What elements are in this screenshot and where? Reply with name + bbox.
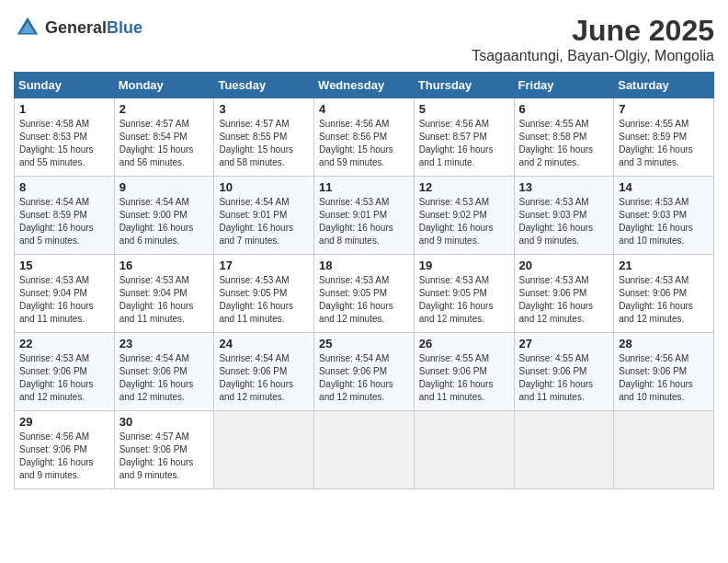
calendar-day-13: 13Sunrise: 4:53 AM Sunset: 9:03 PM Dayli… bbox=[514, 177, 614, 255]
calendar-day-28: 28Sunrise: 4:56 AM Sunset: 9:06 PM Dayli… bbox=[614, 333, 714, 411]
day-number: 28 bbox=[619, 337, 709, 350]
day-info: Sunrise: 4:53 AM Sunset: 9:01 PM Dayligh… bbox=[319, 196, 409, 247]
day-number: 25 bbox=[319, 337, 409, 350]
day-number: 15 bbox=[19, 259, 109, 272]
calendar-day-7: 7Sunrise: 4:55 AM Sunset: 8:59 PM Daylig… bbox=[614, 98, 714, 177]
calendar-day-14: 14Sunrise: 4:53 AM Sunset: 9:03 PM Dayli… bbox=[614, 177, 714, 255]
day-info: Sunrise: 4:56 AM Sunset: 9:06 PM Dayligh… bbox=[19, 431, 109, 482]
day-number: 19 bbox=[419, 259, 509, 272]
day-number: 8 bbox=[19, 180, 109, 194]
header-day-saturday: Saturday bbox=[614, 73, 714, 98]
calendar-day-11: 11Sunrise: 4:53 AM Sunset: 9:01 PM Dayli… bbox=[314, 177, 415, 255]
day-number: 11 bbox=[319, 180, 409, 194]
day-info: Sunrise: 4:54 AM Sunset: 9:06 PM Dayligh… bbox=[319, 352, 409, 404]
day-number: 13 bbox=[519, 180, 609, 194]
day-number: 23 bbox=[119, 337, 210, 350]
day-number: 7 bbox=[619, 102, 709, 116]
month-title: June 2025 bbox=[472, 14, 714, 48]
header: GeneralBlue June 2025 Tsagaantungi, Baya… bbox=[14, 14, 714, 64]
day-info: Sunrise: 4:57 AM Sunset: 8:55 PM Dayligh… bbox=[219, 118, 309, 169]
day-info: Sunrise: 4:56 AM Sunset: 9:06 PM Dayligh… bbox=[619, 352, 709, 404]
day-info: Sunrise: 4:53 AM Sunset: 9:05 PM Dayligh… bbox=[419, 274, 509, 326]
day-info: Sunrise: 4:53 AM Sunset: 9:04 PM Dayligh… bbox=[119, 274, 210, 326]
day-number: 10 bbox=[219, 180, 309, 194]
calendar-day-17: 17Sunrise: 4:53 AM Sunset: 9:05 PM Dayli… bbox=[214, 255, 314, 333]
day-number: 20 bbox=[519, 259, 609, 272]
day-info: Sunrise: 4:54 AM Sunset: 9:01 PM Dayligh… bbox=[219, 196, 309, 247]
day-number: 22 bbox=[19, 337, 109, 350]
day-number: 17 bbox=[219, 259, 309, 272]
calendar-week-5: 29Sunrise: 4:56 AM Sunset: 9:06 PM Dayli… bbox=[15, 411, 714, 489]
subtitle: Tsagaantungi, Bayan-Olgiy, Mongolia bbox=[472, 48, 714, 64]
day-number: 24 bbox=[219, 337, 309, 350]
day-info: Sunrise: 4:54 AM Sunset: 9:06 PM Dayligh… bbox=[119, 352, 210, 404]
day-info: Sunrise: 4:53 AM Sunset: 9:05 PM Dayligh… bbox=[319, 274, 409, 326]
calendar-empty-cell bbox=[514, 411, 614, 489]
calendar-day-27: 27Sunrise: 4:55 AM Sunset: 9:06 PM Dayli… bbox=[514, 333, 614, 411]
day-number: 21 bbox=[619, 259, 709, 272]
calendar-day-1: 1Sunrise: 4:58 AM Sunset: 8:53 PM Daylig… bbox=[15, 98, 115, 177]
calendar-day-4: 4Sunrise: 4:56 AM Sunset: 8:56 PM Daylig… bbox=[314, 98, 415, 177]
day-number: 12 bbox=[419, 180, 509, 194]
calendar-empty-cell bbox=[414, 411, 514, 489]
calendar-week-4: 22Sunrise: 4:53 AM Sunset: 9:06 PM Dayli… bbox=[15, 333, 714, 411]
calendar-table: SundayMondayTuesdayWednesdayThursdayFrid… bbox=[14, 72, 714, 489]
calendar-week-2: 8Sunrise: 4:54 AM Sunset: 8:59 PM Daylig… bbox=[15, 177, 714, 255]
header-day-monday: Monday bbox=[114, 73, 214, 98]
calendar-day-5: 5Sunrise: 4:56 AM Sunset: 8:57 PM Daylig… bbox=[414, 98, 514, 177]
day-info: Sunrise: 4:55 AM Sunset: 8:58 PM Dayligh… bbox=[519, 118, 609, 169]
calendar-day-10: 10Sunrise: 4:54 AM Sunset: 9:01 PM Dayli… bbox=[214, 177, 314, 255]
header-day-wednesday: Wednesday bbox=[314, 73, 415, 98]
calendar-day-19: 19Sunrise: 4:53 AM Sunset: 9:05 PM Dayli… bbox=[414, 255, 514, 333]
day-info: Sunrise: 4:54 AM Sunset: 8:59 PM Dayligh… bbox=[19, 196, 109, 247]
logo: GeneralBlue bbox=[14, 14, 142, 41]
calendar-day-22: 22Sunrise: 4:53 AM Sunset: 9:06 PM Dayli… bbox=[15, 333, 115, 411]
day-info: Sunrise: 4:53 AM Sunset: 9:04 PM Dayligh… bbox=[19, 274, 109, 326]
calendar-empty-cell bbox=[614, 411, 714, 489]
header-day-thursday: Thursday bbox=[414, 73, 514, 98]
calendar-day-26: 26Sunrise: 4:55 AM Sunset: 9:06 PM Dayli… bbox=[414, 333, 514, 411]
day-number: 3 bbox=[219, 102, 309, 116]
calendar-day-20: 20Sunrise: 4:53 AM Sunset: 9:06 PM Dayli… bbox=[514, 255, 614, 333]
day-info: Sunrise: 4:57 AM Sunset: 8:54 PM Dayligh… bbox=[119, 118, 210, 169]
day-number: 27 bbox=[519, 337, 609, 350]
calendar-day-8: 8Sunrise: 4:54 AM Sunset: 8:59 PM Daylig… bbox=[15, 177, 115, 255]
day-info: Sunrise: 4:53 AM Sunset: 9:03 PM Dayligh… bbox=[519, 196, 609, 247]
calendar-day-3: 3Sunrise: 4:57 AM Sunset: 8:55 PM Daylig… bbox=[214, 98, 314, 177]
day-number: 14 bbox=[619, 180, 709, 194]
day-info: Sunrise: 4:58 AM Sunset: 8:53 PM Dayligh… bbox=[19, 118, 109, 169]
day-number: 5 bbox=[419, 102, 509, 116]
calendar-day-25: 25Sunrise: 4:54 AM Sunset: 9:06 PM Dayli… bbox=[314, 333, 415, 411]
day-info: Sunrise: 4:55 AM Sunset: 9:06 PM Dayligh… bbox=[419, 352, 509, 404]
day-info: Sunrise: 4:53 AM Sunset: 9:02 PM Dayligh… bbox=[419, 196, 509, 247]
calendar-day-23: 23Sunrise: 4:54 AM Sunset: 9:06 PM Dayli… bbox=[114, 333, 214, 411]
day-number: 30 bbox=[119, 415, 210, 429]
calendar-header-row: SundayMondayTuesdayWednesdayThursdayFrid… bbox=[15, 73, 714, 98]
day-number: 18 bbox=[319, 259, 409, 272]
day-info: Sunrise: 4:57 AM Sunset: 9:06 PM Dayligh… bbox=[119, 431, 210, 482]
day-number: 16 bbox=[119, 259, 210, 272]
calendar-day-15: 15Sunrise: 4:53 AM Sunset: 9:04 PM Dayli… bbox=[15, 255, 115, 333]
day-info: Sunrise: 4:55 AM Sunset: 9:06 PM Dayligh… bbox=[519, 352, 609, 404]
day-info: Sunrise: 4:54 AM Sunset: 9:06 PM Dayligh… bbox=[219, 352, 309, 404]
day-info: Sunrise: 4:53 AM Sunset: 9:06 PM Dayligh… bbox=[619, 274, 709, 326]
day-number: 9 bbox=[119, 180, 210, 194]
header-day-sunday: Sunday bbox=[15, 73, 115, 98]
day-info: Sunrise: 4:53 AM Sunset: 9:06 PM Dayligh… bbox=[19, 352, 109, 404]
day-info: Sunrise: 4:55 AM Sunset: 8:59 PM Dayligh… bbox=[619, 118, 709, 169]
calendar-day-30: 30Sunrise: 4:57 AM Sunset: 9:06 PM Dayli… bbox=[114, 411, 214, 489]
calendar-day-29: 29Sunrise: 4:56 AM Sunset: 9:06 PM Dayli… bbox=[15, 411, 115, 489]
calendar-day-6: 6Sunrise: 4:55 AM Sunset: 8:58 PM Daylig… bbox=[514, 98, 614, 177]
calendar-day-24: 24Sunrise: 4:54 AM Sunset: 9:06 PM Dayli… bbox=[214, 333, 314, 411]
day-number: 26 bbox=[419, 337, 509, 350]
calendar-day-12: 12Sunrise: 4:53 AM Sunset: 9:02 PM Dayli… bbox=[414, 177, 514, 255]
calendar-day-21: 21Sunrise: 4:53 AM Sunset: 9:06 PM Dayli… bbox=[614, 255, 714, 333]
day-number: 29 bbox=[19, 415, 109, 429]
title-area: June 2025 Tsagaantungi, Bayan-Olgiy, Mon… bbox=[472, 14, 714, 64]
calendar-day-18: 18Sunrise: 4:53 AM Sunset: 9:05 PM Dayli… bbox=[314, 255, 415, 333]
logo-text: GeneralBlue bbox=[45, 18, 142, 38]
logo-icon bbox=[14, 14, 41, 41]
header-day-friday: Friday bbox=[514, 73, 614, 98]
calendar-empty-cell bbox=[214, 411, 314, 489]
calendar-day-9: 9Sunrise: 4:54 AM Sunset: 9:00 PM Daylig… bbox=[114, 177, 214, 255]
